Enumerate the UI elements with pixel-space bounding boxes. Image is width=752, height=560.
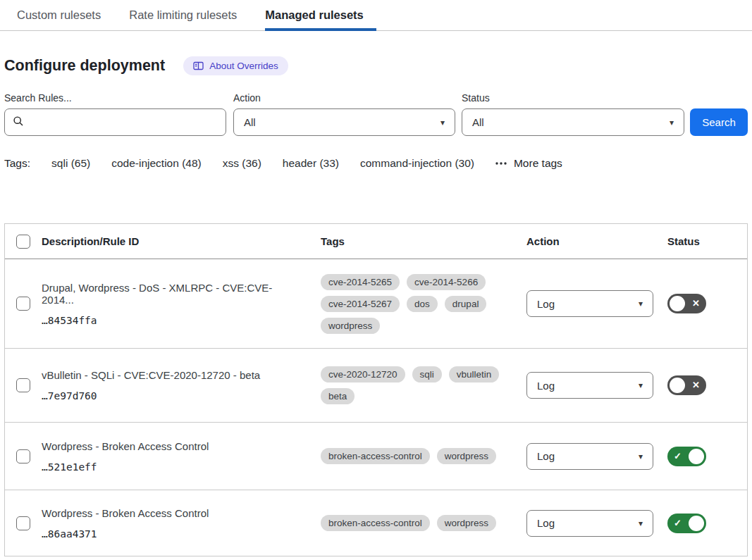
chevron-down-icon: ▾ [639,452,643,461]
tag-pill: beta [321,388,355,404]
tag-pill: sqli [412,366,442,382]
rule-tags: cve-2020-12720 sqli vbulletin beta [315,366,521,404]
toggle-knob [670,378,685,393]
action-filter-label: Action [233,92,462,104]
chevron-down-icon: ▾ [670,118,674,127]
select-all-checkbox[interactable] [16,235,30,249]
check-icon: ✓ [674,518,682,528]
col-status: Status [657,235,747,247]
tag-pill: broken-access-control [321,515,430,531]
rule-action-select[interactable]: Log ▾ [526,372,653,399]
tag-pill: vbulletin [449,366,500,382]
tab-managed-rulesets[interactable]: Managed rulesets [265,0,376,30]
row-checkbox[interactable] [16,297,30,311]
rule-action-select[interactable]: Log ▾ [526,443,653,470]
check-icon: ✓ [674,451,682,461]
ruleset-tabbar: Custom rulesets Rate limiting rulesets M… [0,0,752,31]
rule-id: …86aa4371 [42,528,304,540]
tag-pill: cve-2020-12720 [321,366,405,382]
row-checkbox[interactable] [16,378,30,392]
tags-label: Tags: [4,157,30,170]
rule-description: Wordpress - Broken Access Control [42,507,304,519]
table-row: Wordpress - Broken Access Control …521e1… [5,423,747,490]
row-checkbox[interactable] [16,516,30,530]
rule-action-select[interactable]: Log ▾ [526,290,653,317]
status-filter-select[interactable]: All ▾ [462,108,684,136]
status-filter-label: Status [462,92,690,104]
chevron-down-icon: ▾ [639,380,643,390]
page-title: Configure deployment [4,57,165,75]
rule-action-value: Log [537,517,555,529]
about-overrides-badge[interactable]: About Overrides [183,56,288,75]
rule-tags: broken-access-control wordpress [315,515,521,531]
col-action: Action [521,235,657,247]
search-input-wrapper [4,108,226,136]
rule-id: …7e97d760 [42,390,304,402]
col-tags: Tags [315,235,521,247]
toggle-knob [670,296,685,311]
tag-filter-xss[interactable]: xss (36) [223,157,261,170]
action-filter-value: All [244,116,256,128]
filter-bar: Search Rules... Action All ▾ Status [4,92,748,136]
tab-custom-rulesets[interactable]: Custom rulesets [17,0,101,30]
search-rules-label: Search Rules... [4,92,233,104]
rule-status-toggle[interactable]: ✓ [667,514,706,533]
tag-pill: drupal [445,296,487,312]
tag-pill: wordpress [437,515,496,531]
rule-description: Wordpress - Broken Access Control [42,440,304,452]
toggle-knob [689,516,704,531]
tag-pill: dos [407,296,438,312]
x-icon: ✕ [692,298,700,309]
table-row: vBulletin - SQLi - CVE:CVE-2020-12720 - … [5,349,747,423]
tag-pill: cve-2014-5267 [321,296,400,312]
tag-filter-code-injection[interactable]: code-injection (48) [111,157,202,170]
rule-description: vBulletin - SQLi - CVE:CVE-2020-12720 - … [42,369,304,381]
rule-tags: broken-access-control wordpress [315,448,521,464]
chevron-down-icon: ▾ [440,118,445,127]
x-icon: ✕ [692,380,700,390]
more-tags-label: More tags [514,157,562,170]
tag-filter-sqli[interactable]: sqli (65) [51,157,90,170]
tag-pill: cve-2014-5265 [321,274,400,290]
rule-action-value: Log [537,380,555,392]
rule-id: …84534ffa [42,315,304,326]
status-filter-value: All [472,116,484,128]
search-input[interactable] [30,116,218,128]
toggle-knob [689,449,704,464]
search-icon [13,116,24,130]
row-checkbox[interactable] [16,449,30,463]
more-tags-button[interactable]: More tags [495,157,562,170]
tag-pill: cve-2014-5266 [407,274,486,290]
chevron-down-icon: ▾ [639,518,643,528]
ellipsis-icon [495,162,507,165]
rule-action-value: Log [537,450,555,462]
rule-status-toggle[interactable]: ✕ [667,294,706,313]
rule-action-value: Log [537,298,555,310]
book-icon [193,61,204,70]
managed-rules-table: Description/Rule ID Tags Action Status D… [4,223,748,556]
table-row: Drupal, Wordpress - DoS - XMLRPC - CVE:C… [5,259,747,349]
action-filter-select[interactable]: All ▾ [233,108,455,136]
tag-pill: broken-access-control [321,448,430,464]
tag-filter-header[interactable]: header (33) [283,157,339,170]
rule-description: Drupal, Wordpress - DoS - XMLRPC - CVE:C… [42,282,304,306]
about-overrides-label: About Overrides [209,61,278,71]
rule-status-toggle[interactable]: ✕ [667,375,706,395]
tag-pill: wordpress [437,448,496,464]
search-button[interactable]: Search [690,108,748,136]
col-description-rule-id: Description/Rule ID [36,235,315,247]
rule-status-toggle[interactable]: ✓ [667,447,706,466]
tab-rate-limiting-rulesets[interactable]: Rate limiting rulesets [129,0,237,30]
rule-tags: cve-2014-5265 cve-2014-5266 cve-2014-526… [315,274,521,334]
rule-action-select[interactable]: Log ▾ [526,510,653,537]
tag-filter-bar: Tags: sqli (65) code-injection (48) xss … [4,157,748,170]
page-header: Configure deployment About Overrides [4,56,748,75]
table-row: Wordpress - Broken Access Control …86aa4… [5,490,747,556]
table-header-row: Description/Rule ID Tags Action Status [5,224,747,259]
tag-filter-command-injection[interactable]: command-injection (30) [360,157,474,170]
rule-id: …521e1eff [42,461,304,473]
tag-pill: wordpress [321,318,380,334]
chevron-down-icon: ▾ [639,299,643,309]
